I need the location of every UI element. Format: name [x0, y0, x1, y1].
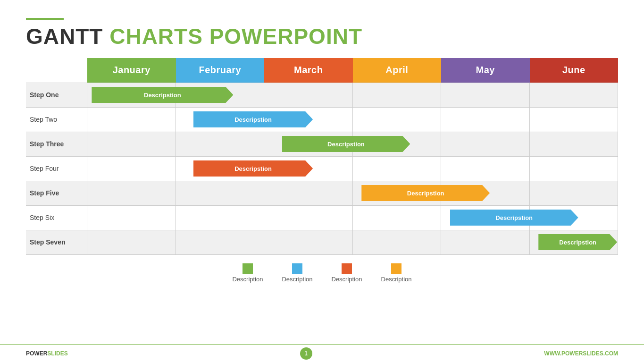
gantt-row: Step FiveDescripstion — [26, 181, 618, 206]
footer-power: POWER — [26, 350, 47, 357]
gantt-row: Step OneDescripstion — [26, 83, 618, 108]
gantt-cells: Descripstion — [87, 108, 618, 132]
legend-color-box — [391, 263, 401, 274]
footer: POWERSLIDES 1 WWW.POWERSLIDES.COM — [0, 344, 644, 362]
footer-website: WWW.POWERSLIDES.COM — [544, 350, 618, 357]
footer-slides: SLIDES — [47, 350, 67, 357]
slide: GANTT CHARTS POWERPOINT January February… — [0, 0, 644, 362]
gantt-row: Step ThreeDescripstion — [26, 132, 618, 157]
gantt-bar: Descripstion — [92, 87, 233, 103]
legend-item: Description — [282, 263, 312, 283]
legend-color-box — [342, 263, 352, 274]
month-header-row: January February March April May June — [87, 58, 618, 83]
gantt-table: Step OneDescripstionStep TwoDescripstion… — [26, 83, 618, 255]
legend-label: Description — [232, 276, 263, 283]
gantt-cell — [264, 206, 353, 230]
row-label-step-seven: Step Seven — [26, 230, 87, 254]
legend: DescriptionDescriptionDescriptionDescrip… — [0, 263, 644, 283]
gantt-cell — [264, 230, 353, 254]
gantt-cell — [530, 181, 619, 205]
gantt-cell — [530, 83, 619, 107]
month-may: May — [441, 58, 530, 83]
gantt-cell — [176, 230, 265, 254]
gantt-bar: Descripstion — [361, 185, 490, 201]
legend-label: Description — [381, 276, 412, 283]
gantt-row: Step TwoDescripstion — [26, 108, 618, 132]
gantt-cell — [441, 157, 530, 181]
gantt-row: Step FourDescripstion — [26, 157, 618, 181]
month-june: June — [530, 58, 619, 83]
gantt-cell — [176, 132, 265, 156]
gantt-cell — [264, 83, 353, 107]
row-label-step-two: Step Two — [26, 108, 87, 132]
gantt-cell — [530, 132, 619, 156]
legend-label: Description — [282, 276, 312, 283]
gantt-cell — [353, 83, 442, 107]
gantt-cell — [441, 83, 530, 107]
row-label-step-six: Step Six — [26, 206, 87, 230]
gantt-cell — [441, 230, 530, 254]
header-accent-line — [26, 18, 64, 20]
footer-brand: POWERSLIDES — [26, 350, 68, 357]
legend-color-box — [243, 263, 253, 274]
gantt-cell — [353, 230, 442, 254]
gantt-cell — [176, 206, 265, 230]
page-title: GANTT CHARTS POWERPOINT — [26, 25, 618, 49]
row-label-step-four: Step Four — [26, 157, 87, 181]
row-label-step-five: Step Five — [26, 181, 87, 205]
gantt-cells: Descripstion — [87, 157, 618, 181]
gantt-cell — [87, 230, 176, 254]
gantt-cells: Descripstion — [87, 230, 618, 254]
gantt-cell — [441, 132, 530, 156]
title-gantt: GANTT — [26, 24, 103, 49]
gantt-cell — [353, 206, 442, 230]
title-rest: CHARTS POWERPOINT — [109, 24, 362, 49]
gantt-bar: Descripstion — [538, 234, 617, 250]
legend-item: Description — [332, 263, 362, 283]
gantt-cell — [176, 181, 265, 205]
gantt-bar: Descripstion — [450, 210, 578, 226]
gantt-cells: Descripstion — [87, 181, 618, 205]
legend-item: Description — [381, 263, 412, 283]
gantt-cell — [87, 206, 176, 230]
gantt-cell — [87, 181, 176, 205]
gantt-cell — [530, 108, 619, 132]
gantt-cell — [264, 181, 353, 205]
gantt-cell — [530, 157, 619, 181]
gantt-cell — [87, 132, 176, 156]
legend-item: Description — [232, 263, 263, 283]
gantt-cell — [87, 108, 176, 132]
gantt-bar: Descripstion — [282, 136, 410, 152]
month-january: January — [87, 58, 176, 83]
footer-page-number: 1 — [300, 347, 312, 360]
gantt-bar: Descripstion — [193, 160, 313, 177]
chart-area: January February March April May June St… — [0, 53, 644, 255]
legend-color-box — [292, 263, 302, 274]
legend-label: Description — [332, 276, 362, 283]
gantt-cell — [441, 108, 530, 132]
month-february: February — [176, 58, 265, 83]
month-march: March — [264, 58, 353, 83]
header: GANTT CHARTS POWERPOINT — [0, 0, 644, 53]
gantt-cell — [353, 157, 442, 181]
month-april: April — [353, 58, 442, 83]
gantt-row: Step SevenDescripstion — [26, 230, 618, 255]
gantt-cells: Descripstion — [87, 83, 618, 107]
gantt-cell — [353, 108, 442, 132]
row-label-step-three: Step Three — [26, 132, 87, 156]
gantt-cells: Descripstion — [87, 132, 618, 156]
gantt-cell — [87, 157, 176, 181]
gantt-bar: Descripstion — [193, 111, 313, 127]
row-label-step-one: Step One — [26, 83, 87, 107]
gantt-row: Step SixDescripstion — [26, 206, 618, 230]
gantt-cells: Descripstion — [87, 206, 618, 230]
